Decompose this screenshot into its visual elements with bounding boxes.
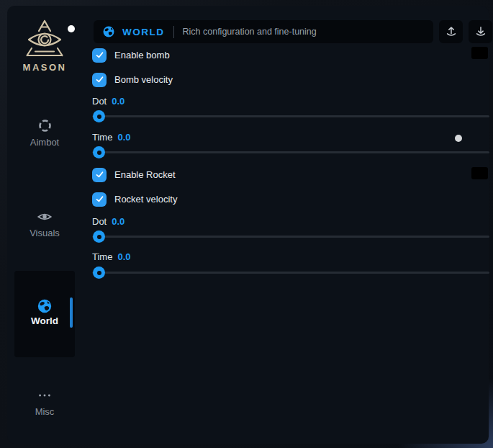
active-tab-indicator [70,297,73,328]
sidebar-item-aimbot[interactable]: Aimbot [16,118,73,148]
checkbox-label: Bomb velocity [114,74,173,85]
logo-title: MASON [16,62,73,73]
upload-config-button[interactable] [439,20,463,43]
rocket-dot-slider-label: Dot 0.0 [92,216,125,227]
checkbox-label: Rocket velocity [114,194,177,205]
mason-eye-triangle-icon [22,19,68,59]
rocket-dot-slider-thumb[interactable] [93,230,105,243]
page-subtitle: Rich configuration and fine-tuning [183,27,317,37]
sidebar-item-world[interactable]: World [14,271,75,357]
bomb-time-slider-label: Time 0.0 [92,132,130,143]
cursor-dot [68,25,75,32]
header-divider [173,26,174,38]
checkbox-checked-icon[interactable] [92,168,107,182]
slider-value: 0.0 [117,132,130,143]
app-logo: MASON [16,19,73,73]
globe-icon [102,25,115,38]
bomb-dot-slider-thumb[interactable] [93,110,105,122]
cursor-dot [455,135,462,142]
sidebar-item-label: World [14,315,75,326]
slider-value: 0.0 [112,216,125,227]
bomb-time-slider-track[interactable] [92,151,489,153]
app-root: MASON Aimbot Visuals [0,0,493,448]
upload-icon [444,24,458,39]
checkbox-checked-icon[interactable] [92,192,107,207]
checkbox-label: Enable Rocket [114,169,176,180]
slider-value: 0.0 [117,251,130,262]
checkbox-checked-icon[interactable] [92,73,107,87]
app-window: MASON Aimbot Visuals [7,6,489,444]
bomb-time-slider-thumb[interactable] [93,146,105,158]
sidebar-item-visuals[interactable]: Visuals [16,209,73,238]
bomb-dot-slider-label: Dot 0.0 [92,96,125,107]
rocket-time-slider-label: Time 0.0 [92,251,130,262]
rocket-color-swatch[interactable] [471,167,488,179]
download-config-button[interactable] [469,20,492,43]
enable-bomb-checkbox-row[interactable]: Enable bomb [92,48,170,63]
download-icon [474,24,488,39]
sidebar-item-misc[interactable]: Misc [16,387,73,417]
rocket-time-slider-thumb[interactable] [93,266,105,279]
rocket-time-slider-track[interactable] [92,272,489,274]
slider-name: Dot [92,96,107,107]
crosshair-icon [16,118,73,134]
globe-icon [14,298,75,314]
sidebar-item-label: Visuals [16,228,73,238]
checkbox-label: Enable bomb [114,50,170,61]
rocket-velocity-checkbox-row[interactable]: Rocket velocity [92,192,177,207]
page-title: WORLD [122,27,165,37]
page-header: WORLD Rich configuration and fine-tuning [94,20,433,43]
ellipsis-icon [16,387,73,403]
bomb-dot-slider-track[interactable] [92,115,489,117]
sidebar-item-label: Aimbot [16,137,73,148]
slider-name: Time [92,132,112,143]
bomb-color-swatch[interactable] [471,47,488,59]
slider-name: Dot [92,216,107,227]
bomb-velocity-checkbox-row[interactable]: Bomb velocity [92,72,173,87]
eye-icon [16,209,73,225]
checkbox-checked-icon[interactable] [92,48,107,63]
slider-value: 0.0 [112,96,125,107]
rocket-dot-slider-track[interactable] [92,236,489,238]
sidebar-item-label: Misc [16,406,73,417]
slider-name: Time [92,251,112,262]
enable-rocket-checkbox-row[interactable]: Enable Rocket [92,167,176,182]
